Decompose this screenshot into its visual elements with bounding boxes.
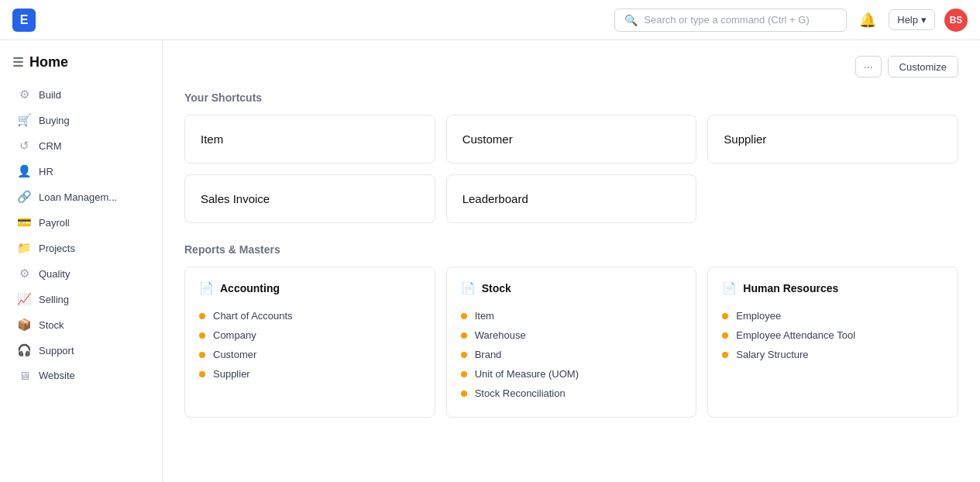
sidebar-item-build[interactable]: ⚙Build xyxy=(5,82,157,107)
shortcuts-grid: ItemCustomerSupplierSales InvoiceLeaderb… xyxy=(184,115,958,223)
sidebar-item-buying[interactable]: 🛒Buying xyxy=(5,108,157,133)
report-item-brand[interactable]: Brand xyxy=(461,345,683,364)
buying-icon: 🛒 xyxy=(17,113,31,127)
sidebar-item-loan[interactable]: 🔗Loan Managem... xyxy=(5,184,157,209)
report-item-label: Unit of Measure (UOM) xyxy=(475,368,579,380)
shortcut-card-item[interactable]: Item xyxy=(184,115,435,164)
report-card-human-resources: 📄Human ResourcesEmployeeEmployee Attenda… xyxy=(707,267,958,418)
report-item-label: Warehouse xyxy=(475,329,526,341)
report-item-chart-of-accounts[interactable]: Chart of Accounts xyxy=(199,306,421,325)
main-content: ··· Customize Your Shortcuts ItemCustome… xyxy=(163,40,980,482)
sidebar: ☰ Home ⚙Build🛒Buying↺CRM👤HR🔗Loan Managem… xyxy=(0,40,163,482)
crm-icon: ↺ xyxy=(17,139,31,153)
report-item-label: Stock Reconciliation xyxy=(475,387,566,399)
report-item-label: Chart of Accounts xyxy=(213,310,293,322)
quality-icon: ⚙ xyxy=(17,267,31,281)
sidebar-item-label: Projects xyxy=(39,243,75,254)
report-item-label: Employee xyxy=(736,310,781,322)
report-item-supplier[interactable]: Supplier xyxy=(199,364,421,384)
shortcut-card-leaderboard[interactable]: Leaderboard xyxy=(446,174,697,223)
dot-icon xyxy=(722,352,728,358)
sidebar-item-projects[interactable]: 📁Projects xyxy=(5,236,157,260)
reports-grid: 📄AccountingChart of AccountsCompanyCusto… xyxy=(184,267,958,418)
shortcut-empty xyxy=(707,174,958,223)
stock-card-title: Stock xyxy=(482,282,511,294)
search-placeholder: Search or type a command (Ctrl + G) xyxy=(644,14,810,26)
sidebar-item-website[interactable]: 🖥Website xyxy=(5,363,157,387)
notifications-button[interactable]: 🔔 xyxy=(856,9,879,32)
help-button[interactable]: Help ▾ xyxy=(889,9,935,30)
payroll-icon: 💳 xyxy=(17,215,31,229)
report-card-accounting: 📄AccountingChart of AccountsCompanyCusto… xyxy=(184,267,435,418)
search-bar[interactable]: 🔍 Search or type a command (Ctrl + G) xyxy=(614,9,847,32)
sidebar-item-label: Build xyxy=(39,89,61,101)
sidebar-item-label: Website xyxy=(39,370,75,381)
dot-icon xyxy=(199,313,205,319)
shortcuts-section-title: Your Shortcuts xyxy=(184,91,958,104)
shortcut-card-sales-invoice[interactable]: Sales Invoice xyxy=(184,174,435,223)
shortcut-card-supplier[interactable]: Supplier xyxy=(707,115,958,164)
sidebar-item-stock[interactable]: 📦Stock xyxy=(5,312,157,337)
shortcut-card-customer[interactable]: Customer xyxy=(446,115,697,164)
stock-card-icon: 📄 xyxy=(461,281,476,295)
sidebar-item-label: Selling xyxy=(39,294,69,305)
projects-icon: 📁 xyxy=(17,241,31,255)
report-item-label: Item xyxy=(475,310,494,322)
dot-icon xyxy=(461,371,467,377)
sidebar-item-crm[interactable]: ↺CRM xyxy=(5,133,157,158)
sidebar-item-payroll[interactable]: 💳Payroll xyxy=(5,210,157,235)
dot-icon xyxy=(461,391,467,397)
report-item-label: Brand xyxy=(475,349,502,360)
sidebar-item-label: Stock xyxy=(39,319,64,331)
report-item-label: Customer xyxy=(213,349,256,360)
selling-icon: 📈 xyxy=(17,292,31,306)
sidebar-item-label: Support xyxy=(39,345,74,356)
sidebar-item-hr[interactable]: 👤HR xyxy=(5,159,157,184)
dot-icon xyxy=(199,352,205,358)
report-item-unit-of-measure--uom-[interactable]: Unit of Measure (UOM) xyxy=(461,364,683,384)
dot-icon xyxy=(461,313,467,319)
stock-icon: 📦 xyxy=(17,318,31,332)
sidebar-item-quality[interactable]: ⚙Quality xyxy=(5,261,157,286)
support-icon: 🎧 xyxy=(17,343,31,357)
sidebar-item-label: CRM xyxy=(39,140,62,152)
dot-icon xyxy=(461,352,467,358)
report-item-warehouse[interactable]: Warehouse xyxy=(461,325,683,345)
chevron-down-icon: ▾ xyxy=(921,14,927,26)
human-resources-card-title: Human Resources xyxy=(743,282,838,294)
sidebar-toggle-icon[interactable]: ☰ xyxy=(12,55,23,70)
report-item-salary-structure[interactable]: Salary Structure xyxy=(722,345,944,364)
sidebar-item-label: HR xyxy=(39,166,53,177)
accounting-card-title: Accounting xyxy=(220,282,280,294)
dot-icon xyxy=(199,371,205,377)
avatar[interactable]: BS xyxy=(944,9,968,32)
report-item-employee[interactable]: Employee xyxy=(722,306,944,325)
website-icon: 🖥 xyxy=(17,369,31,382)
report-item-label: Supplier xyxy=(213,368,250,380)
report-item-employee-attendance-tool[interactable]: Employee Attendance Tool xyxy=(722,325,944,345)
hr-icon: 👤 xyxy=(17,164,31,178)
sidebar-item-label: Loan Managem... xyxy=(39,191,117,203)
more-options-button[interactable]: ··· xyxy=(855,56,882,77)
page-title: Home xyxy=(29,54,68,71)
sidebar-item-selling[interactable]: 📈Selling xyxy=(5,287,157,312)
report-item-stock-reconciliation[interactable]: Stock Reconciliation xyxy=(461,384,683,403)
report-item-label: Company xyxy=(213,329,256,341)
report-card-stock: 📄StockItemWarehouseBrandUnit of Measure … xyxy=(446,267,697,418)
report-item-company[interactable]: Company xyxy=(199,325,421,345)
dot-icon xyxy=(461,332,467,339)
report-item-label: Salary Structure xyxy=(736,349,808,360)
sidebar-item-support[interactable]: 🎧Support xyxy=(5,338,157,363)
human-resources-card-icon: 📄 xyxy=(722,281,737,295)
dot-icon xyxy=(199,332,205,339)
loan-icon: 🔗 xyxy=(17,190,31,204)
report-item-item[interactable]: Item xyxy=(461,306,683,325)
dot-icon xyxy=(722,313,728,319)
reports-section-title: Reports & Masters xyxy=(184,243,958,256)
app-logo[interactable]: E xyxy=(12,9,36,32)
report-item-customer[interactable]: Customer xyxy=(199,345,421,364)
sidebar-item-label: Payroll xyxy=(39,217,70,229)
customize-button[interactable]: Customize xyxy=(888,56,958,77)
accounting-card-icon: 📄 xyxy=(199,281,214,295)
sidebar-item-label: Buying xyxy=(39,115,70,126)
